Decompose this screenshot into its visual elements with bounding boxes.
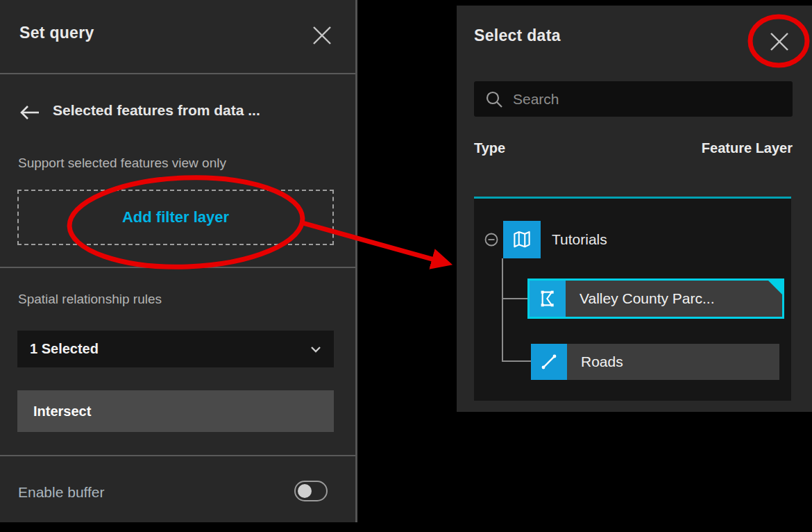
toggle-knob [298, 484, 312, 498]
selected-corner-badge [768, 281, 782, 294]
enable-buffer-label: Enable buffer [18, 484, 105, 501]
tree-item-label: Roads [567, 344, 779, 380]
back-arrow-icon [18, 113, 42, 124]
polygon-layer-icon [530, 281, 566, 317]
close-icon [310, 40, 335, 50]
add-filter-layer-button[interactable]: Add filter layer [17, 190, 334, 245]
search-icon [474, 90, 513, 108]
search-box [474, 81, 793, 117]
set-query-title: Set query [19, 24, 94, 42]
collapse-button[interactable] [484, 233, 498, 247]
map-icon [503, 221, 541, 258]
enable-buffer-toggle[interactable] [294, 481, 328, 501]
divider [0, 267, 355, 268]
close-icon [768, 45, 791, 56]
tree-connector [502, 298, 527, 299]
divider [0, 455, 355, 456]
tree-connector [502, 258, 503, 362]
spatial-rule-item-intersect[interactable]: Intersect [17, 390, 334, 432]
tree-item-roads[interactable]: Roads [531, 344, 779, 380]
spatial-rules-dropdown-value: 1 Selected [30, 341, 99, 357]
tree-item-label: Valley County Parc... [566, 281, 782, 317]
collapse-minus-icon [484, 238, 498, 249]
type-value: Feature Layer [702, 140, 793, 156]
line-layer-icon [531, 344, 567, 380]
screenshot-stage: Set query Selected features from data ..… [0, 0, 812, 532]
tree-item-valley-county-parcels[interactable]: Valley County Parc... [527, 279, 784, 319]
selected-features-breadcrumb[interactable]: Selected features from data ... [53, 102, 260, 119]
select-data-panel: Select data Type Feature Layer [457, 6, 812, 412]
tree-item-tutorials[interactable]: Tutorials [552, 221, 607, 258]
spatial-rules-dropdown[interactable]: 1 Selected [17, 331, 334, 367]
tree-connector [502, 360, 531, 362]
select-data-close-button[interactable] [768, 30, 791, 53]
search-input[interactable] [513, 81, 793, 117]
select-data-title: Select data [474, 26, 561, 45]
data-source-tree: Tutorials Valley County Parc... [474, 197, 791, 401]
type-label: Type [474, 140, 505, 156]
spatial-rules-label: Spatial relationship rules [18, 292, 162, 307]
support-note: Support selected features view only [18, 156, 226, 171]
divider [0, 73, 355, 74]
set-query-panel: Set query Selected features from data ..… [0, 0, 357, 522]
spatial-rule-item-label: Intersect [33, 404, 91, 419]
back-button[interactable] [18, 103, 42, 122]
set-query-close-button[interactable] [310, 23, 335, 48]
chevron-down-icon [310, 343, 321, 356]
